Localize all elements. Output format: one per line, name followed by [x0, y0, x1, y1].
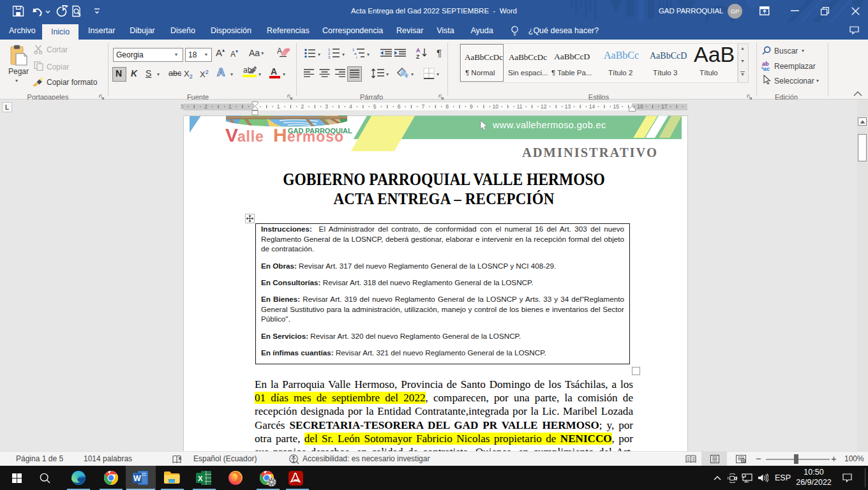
- svg-text:17: 17: [661, 103, 668, 110]
- svg-text:7: 7: [421, 103, 424, 110]
- svg-text:1: 1: [277, 103, 280, 110]
- svg-text:11: 11: [517, 103, 523, 110]
- svg-text:X: X: [198, 475, 203, 482]
- svg-text:ADMINISTRATIVO: ADMINISTRATIVO: [522, 145, 658, 160]
- svg-text:H: H: [273, 124, 287, 145]
- svg-text:1: 1: [228, 103, 232, 110]
- svg-text:3: 3: [180, 103, 183, 110]
- svg-text:V: V: [225, 124, 238, 145]
- svg-text:10: 10: [492, 103, 498, 110]
- svg-text:4: 4: [349, 103, 352, 110]
- svg-text:3: 3: [325, 103, 328, 110]
- svg-text:13: 13: [565, 103, 571, 110]
- svg-text:14: 14: [589, 103, 595, 110]
- svg-text:15: 15: [613, 103, 619, 110]
- svg-text:6: 6: [398, 103, 401, 110]
- svg-text:16: 16: [637, 103, 643, 110]
- svg-text:8: 8: [445, 103, 449, 110]
- svg-text:9: 9: [470, 103, 473, 110]
- svg-text:alle: alle: [237, 128, 264, 145]
- svg-text:www.vallehermoso.gob.ec: www.vallehermoso.gob.ec: [492, 120, 606, 130]
- svg-text:GAD PARROQUIAL: GAD PARROQUIAL: [288, 127, 352, 135]
- svg-text:W: W: [133, 474, 141, 483]
- svg-text:5: 5: [373, 103, 377, 110]
- svg-text:2: 2: [301, 103, 304, 110]
- svg-text:12: 12: [541, 103, 547, 110]
- svg-text:2: 2: [204, 103, 207, 110]
